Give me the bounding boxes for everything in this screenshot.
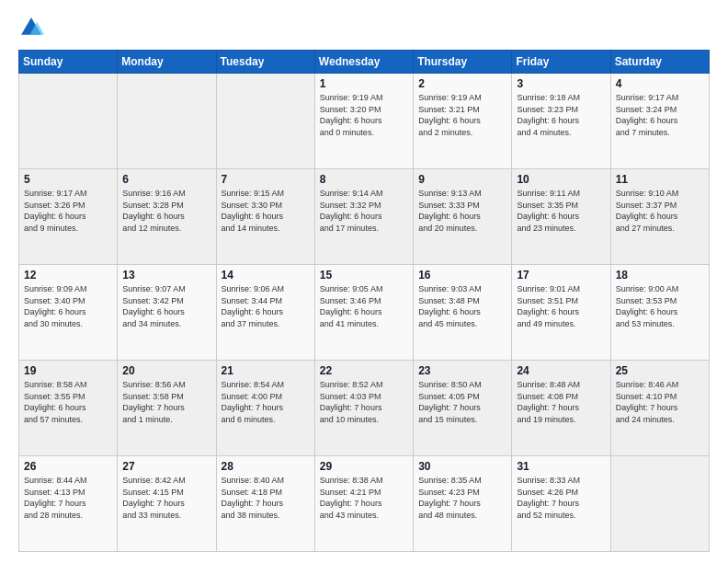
day-number: 26 [24, 460, 112, 473]
day-number: 5 [24, 173, 112, 186]
day-info: Sunrise: 9:09 AM Sunset: 3:40 PM Dayligh… [24, 283, 112, 329]
day-number: 2 [418, 77, 506, 90]
calendar-cell: 2Sunrise: 9:19 AM Sunset: 3:21 PM Daylig… [414, 74, 512, 169]
calendar-cell: 24Sunrise: 8:48 AM Sunset: 4:08 PM Dayli… [512, 361, 610, 456]
day-info: Sunrise: 9:19 AM Sunset: 3:20 PM Dayligh… [320, 92, 408, 138]
calendar-cell [19, 74, 118, 169]
calendar-cell: 22Sunrise: 8:52 AM Sunset: 4:03 PM Dayli… [314, 361, 413, 456]
calendar-cell [216, 74, 314, 169]
day-number: 14 [222, 269, 310, 282]
calendar-week-1: 1Sunrise: 9:19 AM Sunset: 3:20 PM Daylig… [19, 74, 710, 169]
calendar-cell: 3Sunrise: 9:18 AM Sunset: 3:23 PM Daylig… [512, 74, 610, 169]
calendar-cell: 31Sunrise: 8:33 AM Sunset: 4:26 PM Dayli… [512, 456, 610, 552]
day-info: Sunrise: 9:18 AM Sunset: 3:23 PM Dayligh… [517, 92, 605, 138]
day-number: 8 [320, 173, 408, 186]
day-info: Sunrise: 8:56 AM Sunset: 3:58 PM Dayligh… [122, 379, 210, 425]
calendar-cell: 25Sunrise: 8:46 AM Sunset: 4:10 PM Dayli… [610, 361, 709, 456]
day-number: 16 [418, 269, 506, 282]
day-info: Sunrise: 9:05 AM Sunset: 3:46 PM Dayligh… [320, 283, 408, 329]
day-info: Sunrise: 8:50 AM Sunset: 4:05 PM Dayligh… [418, 379, 506, 425]
day-info: Sunrise: 8:48 AM Sunset: 4:08 PM Dayligh… [517, 379, 605, 425]
day-info: Sunrise: 8:38 AM Sunset: 4:21 PM Dayligh… [320, 475, 408, 521]
day-info: Sunrise: 9:15 AM Sunset: 3:30 PM Dayligh… [222, 188, 310, 234]
calendar-cell: 14Sunrise: 9:06 AM Sunset: 3:44 PM Dayli… [216, 265, 314, 361]
day-info: Sunrise: 9:14 AM Sunset: 3:32 PM Dayligh… [320, 188, 408, 234]
calendar-cell [118, 74, 216, 169]
day-info: Sunrise: 9:01 AM Sunset: 3:51 PM Dayligh… [517, 283, 605, 329]
page: SundayMondayTuesdayWednesdayThursdayFrid… [0, 0, 728, 563]
day-info: Sunrise: 9:17 AM Sunset: 3:24 PM Dayligh… [616, 92, 704, 138]
day-number: 9 [418, 173, 506, 186]
day-info: Sunrise: 9:11 AM Sunset: 3:35 PM Dayligh… [517, 188, 605, 234]
calendar-cell: 7Sunrise: 9:15 AM Sunset: 3:30 PM Daylig… [216, 169, 314, 265]
calendar-cell: 19Sunrise: 8:58 AM Sunset: 3:55 PM Dayli… [19, 361, 118, 456]
day-info: Sunrise: 8:54 AM Sunset: 4:00 PM Dayligh… [222, 379, 310, 425]
day-info: Sunrise: 9:00 AM Sunset: 3:53 PM Dayligh… [616, 283, 704, 329]
day-info: Sunrise: 9:03 AM Sunset: 3:48 PM Dayligh… [418, 283, 506, 329]
calendar-cell: 13Sunrise: 9:07 AM Sunset: 3:42 PM Dayli… [118, 265, 216, 361]
calendar-cell: 10Sunrise: 9:11 AM Sunset: 3:35 PM Dayli… [512, 169, 610, 265]
calendar-cell: 16Sunrise: 9:03 AM Sunset: 3:48 PM Dayli… [414, 265, 512, 361]
day-number: 1 [320, 77, 408, 90]
calendar-cell: 23Sunrise: 8:50 AM Sunset: 4:05 PM Dayli… [414, 361, 512, 456]
day-number: 23 [418, 364, 506, 377]
day-number: 3 [517, 77, 605, 90]
calendar-week-3: 12Sunrise: 9:09 AM Sunset: 3:40 PM Dayli… [19, 265, 710, 361]
calendar-week-2: 5Sunrise: 9:17 AM Sunset: 3:26 PM Daylig… [19, 169, 710, 265]
header [18, 15, 710, 40]
calendar-cell: 21Sunrise: 8:54 AM Sunset: 4:00 PM Dayli… [216, 361, 314, 456]
day-info: Sunrise: 9:13 AM Sunset: 3:33 PM Dayligh… [418, 188, 506, 234]
day-info: Sunrise: 9:17 AM Sunset: 3:26 PM Dayligh… [24, 188, 112, 234]
day-number: 31 [517, 460, 605, 473]
day-number: 18 [616, 269, 704, 282]
calendar-cell: 18Sunrise: 9:00 AM Sunset: 3:53 PM Dayli… [610, 265, 709, 361]
day-number: 28 [222, 460, 310, 473]
day-header-sunday: Sunday [19, 51, 118, 74]
day-info: Sunrise: 8:42 AM Sunset: 4:15 PM Dayligh… [122, 475, 210, 521]
calendar-cell: 8Sunrise: 9:14 AM Sunset: 3:32 PM Daylig… [314, 169, 413, 265]
calendar-cell: 6Sunrise: 9:16 AM Sunset: 3:28 PM Daylig… [118, 169, 216, 265]
day-number: 12 [24, 269, 112, 282]
day-number: 4 [616, 77, 704, 90]
day-header-monday: Monday [118, 51, 216, 74]
calendar-cell: 29Sunrise: 8:38 AM Sunset: 4:21 PM Dayli… [314, 456, 413, 552]
calendar-cell: 12Sunrise: 9:09 AM Sunset: 3:40 PM Dayli… [19, 265, 118, 361]
day-number: 13 [122, 269, 210, 282]
day-info: Sunrise: 9:16 AM Sunset: 3:28 PM Dayligh… [122, 188, 210, 234]
day-number: 6 [122, 173, 210, 186]
day-info: Sunrise: 8:44 AM Sunset: 4:13 PM Dayligh… [24, 475, 112, 521]
day-info: Sunrise: 8:33 AM Sunset: 4:26 PM Dayligh… [517, 475, 605, 521]
calendar-header-row: SundayMondayTuesdayWednesdayThursdayFrid… [19, 51, 710, 74]
calendar-cell: 26Sunrise: 8:44 AM Sunset: 4:13 PM Dayli… [19, 456, 118, 552]
logo-icon [18, 15, 44, 40]
day-info: Sunrise: 8:46 AM Sunset: 4:10 PM Dayligh… [616, 379, 704, 425]
calendar-cell: 30Sunrise: 8:35 AM Sunset: 4:23 PM Dayli… [414, 456, 512, 552]
day-info: Sunrise: 8:52 AM Sunset: 4:03 PM Dayligh… [320, 379, 408, 425]
calendar-cell: 1Sunrise: 9:19 AM Sunset: 3:20 PM Daylig… [314, 74, 413, 169]
calendar-cell: 11Sunrise: 9:10 AM Sunset: 3:37 PM Dayli… [610, 169, 709, 265]
day-number: 24 [517, 364, 605, 377]
day-header-thursday: Thursday [414, 51, 512, 74]
day-info: Sunrise: 9:07 AM Sunset: 3:42 PM Dayligh… [122, 283, 210, 329]
calendar-week-5: 26Sunrise: 8:44 AM Sunset: 4:13 PM Dayli… [19, 456, 710, 552]
day-number: 7 [222, 173, 310, 186]
calendar-cell: 9Sunrise: 9:13 AM Sunset: 3:33 PM Daylig… [414, 169, 512, 265]
day-info: Sunrise: 9:10 AM Sunset: 3:37 PM Dayligh… [616, 188, 704, 234]
day-info: Sunrise: 8:58 AM Sunset: 3:55 PM Dayligh… [24, 379, 112, 425]
day-number: 21 [222, 364, 310, 377]
logo [18, 15, 48, 40]
day-number: 10 [517, 173, 605, 186]
day-info: Sunrise: 8:40 AM Sunset: 4:18 PM Dayligh… [222, 475, 310, 521]
day-info: Sunrise: 9:19 AM Sunset: 3:21 PM Dayligh… [418, 92, 506, 138]
calendar-cell [610, 456, 709, 552]
day-header-friday: Friday [512, 51, 610, 74]
day-number: 27 [122, 460, 210, 473]
day-header-wednesday: Wednesday [314, 51, 413, 74]
day-number: 11 [616, 173, 704, 186]
calendar-cell: 28Sunrise: 8:40 AM Sunset: 4:18 PM Dayli… [216, 456, 314, 552]
calendar-cell: 4Sunrise: 9:17 AM Sunset: 3:24 PM Daylig… [610, 74, 709, 169]
calendar-cell: 5Sunrise: 9:17 AM Sunset: 3:26 PM Daylig… [19, 169, 118, 265]
calendar-cell: 15Sunrise: 9:05 AM Sunset: 3:46 PM Dayli… [314, 265, 413, 361]
day-number: 30 [418, 460, 506, 473]
calendar-cell: 20Sunrise: 8:56 AM Sunset: 3:58 PM Dayli… [118, 361, 216, 456]
